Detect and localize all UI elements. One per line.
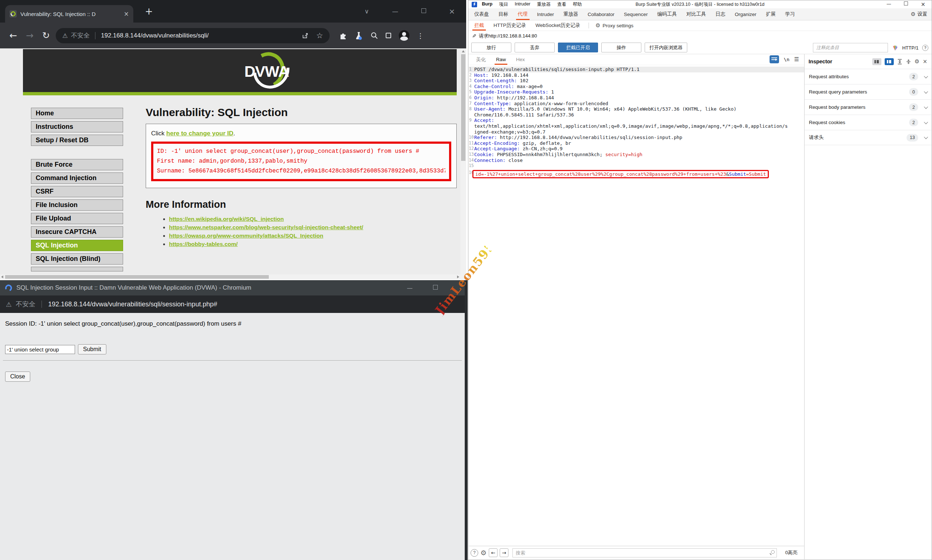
more-info-link[interactable]: https://bobby-tables.com/ (169, 241, 238, 247)
burp-sub-tab-2[interactable]: WebSocket历史记录 (531, 20, 585, 31)
more-info-link[interactable]: https://owasp.org/www-community/attacks/… (169, 232, 323, 239)
request-line[interactable]: 7Content-Type: application/x-www-form-ur… (469, 101, 804, 107)
burp-main-tab-6[interactable]: Sequencer (619, 8, 652, 20)
burp-action-button-2[interactable]: 拦截已开启 (558, 43, 598, 52)
scroll-left-icon[interactable] (1, 275, 3, 278)
new-tab-button[interactable]: + (145, 6, 153, 17)
request-editor-body[interactable]: 1POST /dvwa/vulnerabilities/sqli/session… (469, 66, 804, 178)
request-line[interactable]: 1POST /dvwa/vulnerabilities/sqli/session… (469, 66, 804, 72)
sidebar-item-csrf[interactable]: CSRF (31, 186, 123, 197)
help-icon[interactable]: ? (922, 45, 928, 51)
burp-main-tab-11[interactable]: 扩展 (761, 8, 781, 20)
inspector-layout-left-icon[interactable] (872, 58, 881, 65)
inspector-layout-right-icon[interactable] (885, 58, 894, 65)
request-line[interactable]: igned-exchange;v=b3;q=0.7 (469, 129, 804, 135)
burp-main-tab-1[interactable]: 目标 (494, 8, 513, 20)
inspector-section-2[interactable]: Request body parameters2 (804, 99, 931, 115)
request-line[interactable]: 9Accept: (469, 117, 804, 123)
inspector-section-4[interactable]: 请求头13 (804, 130, 931, 145)
extensions-puzzle-icon[interactable] (339, 32, 347, 40)
popup-maximize-button[interactable] (433, 285, 438, 291)
minimize-button[interactable]: — (381, 8, 409, 15)
url-text[interactable]: 192.168.8.144/dvwa/vulnerabilities/sqli/ (101, 32, 298, 39)
side-panel-icon[interactable] (386, 33, 391, 38)
close-session-button[interactable]: Close (5, 372, 30, 382)
burp-action-button-1[interactable]: 丢弃 (515, 43, 555, 52)
horizontal-scroll-thumb[interactable] (5, 275, 269, 279)
word-wrap-icon[interactable] (770, 55, 779, 63)
more-info-link[interactable]: https://en.wikipedia.org/wiki/SQL_inject… (169, 216, 284, 222)
sidebar-item-sql-injection-blind-[interactable]: SQL Injection (Blind) (31, 253, 123, 265)
burp-action-button-4[interactable]: 打开内嵌浏览器 (645, 43, 687, 52)
burp-maximize-button[interactable] (897, 1, 915, 8)
chevron-down-icon[interactable] (924, 105, 928, 108)
browser-menu-icon[interactable]: ⋮ (417, 32, 424, 40)
burp-action-button-3[interactable]: 操作 (601, 43, 641, 52)
vertical-scroll-thumb[interactable] (461, 54, 466, 161)
menu-item-1[interactable]: 项目 (496, 2, 511, 8)
editor-tab-1[interactable]: Raw (491, 54, 511, 65)
search-settings-gear-icon[interactable]: ⚙ (480, 549, 486, 557)
request-line[interactable]: 5Upgrade-Insecure-Requests: 1 (469, 89, 804, 95)
request-line[interactable]: Chrome/116.0.5845.111 Safari/537.36 (469, 112, 804, 118)
burp-main-tab-0[interactable]: 仪表盘 (469, 8, 494, 20)
request-line[interactable]: 11Accept-Encoding: gzip, deflate, br (469, 140, 804, 146)
request-line[interactable]: 10Referer: http://192.168.8.144/dvwa/vul… (469, 135, 804, 140)
popup-title-bar[interactable]: SQL Injection Session Input :: Damn Vuln… (0, 280, 465, 295)
forward-button[interactable]: → (22, 30, 38, 41)
burp-main-tab-12[interactable]: 学习 (781, 8, 800, 20)
sidebar-item-instructions[interactable]: Instructions (31, 121, 123, 132)
burp-main-tab-9[interactable]: 日志 (711, 8, 730, 20)
sidebar-item-clipped[interactable] (31, 267, 123, 271)
highlight-color-icon[interactable] (892, 45, 898, 51)
expand-all-icon[interactable] (897, 59, 903, 65)
burp-main-tab-3[interactable]: Intruder (532, 8, 559, 20)
sidebar-item-sql-injection[interactable]: SQL Injection (31, 240, 123, 251)
burp-minimize-button[interactable]: — (880, 1, 897, 8)
chevron-down-icon[interactable] (924, 74, 928, 78)
chevron-down-icon[interactable] (924, 89, 928, 93)
menu-item-0[interactable]: Burp (478, 2, 496, 8)
share-icon[interactable] (302, 32, 309, 39)
inspector-section-1[interactable]: Request query parameters0 (804, 84, 931, 99)
burp-main-tab-8[interactable]: 对比工具 (681, 8, 711, 20)
editor-menu-icon[interactable]: ☰ (794, 56, 799, 63)
bookmark-star-icon[interactable]: ☆ (316, 31, 323, 40)
more-info-link[interactable]: https://www.netsparker.com/blog/web-secu… (169, 224, 363, 230)
close-button[interactable]: × (438, 7, 466, 15)
previous-match-button[interactable]: ← (489, 548, 497, 557)
back-button[interactable]: ← (5, 30, 22, 41)
chevron-down-icon[interactable] (924, 120, 928, 124)
burp-action-button-0[interactable]: 放行 (471, 43, 511, 52)
burp-close-button[interactable]: × (915, 1, 932, 8)
editor-tab-2[interactable]: Hex (511, 54, 530, 65)
request-line[interactable]: 15 (469, 163, 804, 169)
tab-close-icon[interactable]: × (124, 10, 129, 17)
sidebar-item-home[interactable]: Home (31, 108, 123, 119)
tab-search-icon[interactable]: ∨ (353, 8, 381, 15)
address-bar[interactable]: ⚠ 不安全 192.168.8.144/dvwa/vulnerabilities… (56, 28, 330, 43)
burp-main-tab-10[interactable]: Organizer (730, 8, 761, 20)
request-line[interactable]: 16id=-1%27+union+select+group_concat%28u… (469, 170, 804, 178)
sidebar-item-command-injection[interactable]: Command Injection (31, 172, 123, 184)
burp-main-tab-4[interactable]: 重放器 (559, 8, 583, 20)
search-input[interactable] (512, 548, 777, 557)
vertical-scrollbar[interactable] (460, 48, 466, 274)
request-line[interactable]: 13Cookie: PHPSESSID=nnk4hm7hlijlhlertqun… (469, 152, 804, 158)
reload-button[interactable]: ↻ (38, 30, 54, 41)
sidebar-item-file-inclusion[interactable]: File Inclusion (31, 199, 123, 211)
menu-item-5[interactable]: 帮助 (569, 2, 585, 8)
inspector-settings-icon[interactable]: ⚙ (915, 58, 919, 65)
request-line[interactable]: 12Accept-Language: zh-CN,zh;q=0.9 (469, 146, 804, 152)
inspector-close-icon[interactable]: × (923, 58, 927, 65)
request-line[interactable]: 6Origin: http://192.168.8.144 (469, 95, 804, 101)
request-line[interactable]: 3Content-Length: 102 (469, 78, 804, 84)
scroll-up-icon[interactable] (462, 50, 465, 52)
popup-address-bar[interactable]: ⚠ 不安全 192.168.8.144/dvwa/vulnerabilities… (0, 295, 465, 313)
search-icon[interactable] (370, 32, 378, 39)
search-help-icon[interactable]: ? (471, 549, 478, 557)
burp-sub-tab-0[interactable]: 拦截 (469, 20, 489, 31)
chevron-down-icon[interactable] (924, 135, 928, 139)
session-id-input[interactable] (5, 345, 75, 354)
burp-main-tab-5[interactable]: Collaborator (583, 8, 620, 20)
